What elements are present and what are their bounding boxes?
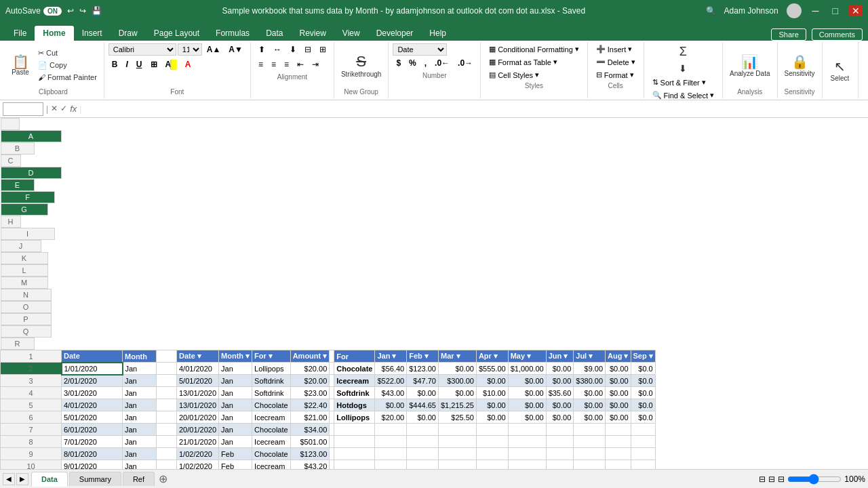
cell[interactable] (574, 436, 606, 448)
col-header-B[interactable]: B (1, 142, 35, 155)
font-color-button[interactable]: A (182, 58, 195, 70)
cut-button[interactable]: ✂ Cut (35, 47, 100, 59)
cell[interactable] (438, 424, 476, 436)
insert-button[interactable]: ➕ Insert ▾ (592, 43, 639, 55)
cell[interactable] (334, 424, 375, 436)
decrease-decimal-button[interactable]: .0← (431, 57, 453, 69)
cell[interactable] (330, 350, 334, 363)
tab-developer[interactable]: Developer (368, 26, 422, 41)
conditional-formatting-button[interactable]: ▦ Conditional Formatting ▾ (485, 43, 583, 55)
cell[interactable]: Jul ▾ (574, 350, 606, 363)
cell[interactable]: $21.00 (290, 411, 330, 424)
cell[interactable]: $0.00 (606, 375, 631, 387)
cell[interactable]: Chocolate (334, 363, 375, 375)
tab-page-layout[interactable]: Page Layout (146, 26, 208, 41)
cell[interactable] (631, 424, 655, 436)
cell[interactable]: 1/02/2020 (177, 460, 219, 470)
cell[interactable]: Jan (219, 424, 252, 436)
percent-button[interactable]: % (406, 57, 420, 69)
cell[interactable]: Jan (123, 424, 157, 436)
cell[interactable]: Date (62, 350, 123, 363)
cell[interactable]: $522.00 (375, 375, 407, 387)
sum-button[interactable]: Σ (648, 43, 718, 60)
cell[interactable]: $0.00 (407, 387, 439, 399)
cell[interactable] (157, 375, 177, 387)
increase-decimal-button[interactable]: .0→ (454, 57, 476, 69)
cell[interactable]: $34.00 (290, 424, 330, 436)
cell[interactable] (606, 436, 631, 448)
cell[interactable] (438, 448, 476, 460)
cell[interactable]: Feb (219, 448, 252, 460)
cell[interactable]: For (334, 350, 375, 363)
cell[interactable]: Jan (123, 460, 157, 470)
cell[interactable]: Month (123, 350, 157, 363)
sheet-tab-ref[interactable]: Ref (123, 472, 155, 486)
cell[interactable]: Chocolate (252, 424, 291, 436)
cell[interactable] (157, 448, 177, 460)
comma-button[interactable]: , (421, 57, 430, 69)
view-page-break-icon[interactable]: ⊟ (778, 474, 785, 484)
number-format-select[interactable]: Date General Number Currency Accounting … (393, 43, 447, 56)
cell[interactable]: Lollipops (252, 363, 291, 375)
cell[interactable]: Jan (123, 363, 157, 375)
cell[interactable]: $10.00 (476, 387, 508, 399)
font-name-select[interactable]: Calibri (108, 43, 176, 56)
formula-input[interactable]: 1/01/2020 (84, 103, 865, 115)
cell[interactable]: Date ▾ (177, 350, 219, 363)
cell[interactable]: $20.00 (290, 375, 330, 387)
cell[interactable] (157, 350, 177, 363)
cell[interactable] (438, 460, 476, 470)
analyze-data-button[interactable]: 📊 Analyze Data (727, 52, 772, 79)
col-header-J[interactable]: J (1, 240, 41, 252)
cell[interactable] (546, 436, 574, 448)
col-header-Q[interactable]: Q (1, 325, 52, 338)
cell[interactable]: $23.00 (290, 387, 330, 399)
cell[interactable]: $1,215.25 (438, 399, 476, 411)
tab-data[interactable]: Data (258, 26, 291, 41)
cell[interactable] (330, 375, 334, 387)
close-button[interactable]: ✕ (849, 5, 863, 16)
cell[interactable] (330, 363, 334, 375)
cell[interactable]: $0.00 (546, 363, 574, 375)
cell[interactable]: Feb (219, 460, 252, 470)
cell[interactable]: $20.00 (375, 411, 407, 424)
tab-review[interactable]: Review (291, 26, 334, 41)
cell[interactable]: $0.00 (574, 387, 606, 399)
view-page-layout-icon[interactable]: ⊟ (768, 474, 775, 484)
cell[interactable] (157, 436, 177, 448)
cell[interactable] (330, 411, 334, 424)
cell[interactable]: Aug ▾ (606, 350, 631, 363)
cell[interactable]: $20.00 (290, 363, 330, 375)
sheet-tab-summary[interactable]: Summary (69, 472, 121, 486)
cell[interactable]: $0.00 (574, 399, 606, 411)
col-header-D[interactable]: D (1, 167, 62, 179)
cell[interactable]: $0.0 (631, 399, 655, 411)
cell[interactable]: Amount ▾ (290, 350, 330, 363)
cell[interactable] (157, 363, 177, 375)
cancel-formula-icon[interactable]: ✕ (51, 104, 58, 114)
cell[interactable]: Jan (123, 375, 157, 387)
cell[interactable]: $0.00 (407, 411, 439, 424)
cell[interactable]: Jan (219, 399, 252, 411)
grid[interactable]: A B C D E F G H I J K L M N O P Q (0, 118, 868, 469)
cell[interactable]: $43.20 (290, 460, 330, 470)
tab-home[interactable]: Home (35, 26, 73, 41)
cell[interactable] (476, 448, 508, 460)
cell[interactable] (606, 460, 631, 470)
cell[interactable]: Chocolate (252, 448, 291, 460)
cell[interactable]: $0.00 (606, 399, 631, 411)
format-painter-button[interactable]: 🖌 Format Painter (35, 72, 100, 83)
cell[interactable] (476, 460, 508, 470)
cell[interactable] (157, 411, 177, 424)
cell[interactable]: 1/02/2020 (177, 448, 219, 460)
comments-button[interactable]: Comments (812, 28, 863, 41)
cell[interactable]: Jan (123, 448, 157, 460)
decrease-font-button[interactable]: A▼ (225, 43, 246, 56)
cell[interactable]: $47.70 (407, 375, 439, 387)
fill-button[interactable]: ⬇ (648, 62, 718, 75)
sort-filter-button[interactable]: ⇅ Sort & Filter ▾ (648, 77, 718, 88)
cell[interactable]: $0.00 (574, 411, 606, 424)
cell[interactable]: $123.00 (407, 363, 439, 375)
col-header-N[interactable]: N (1, 289, 52, 301)
copy-button[interactable]: 📄 Copy (35, 60, 100, 71)
